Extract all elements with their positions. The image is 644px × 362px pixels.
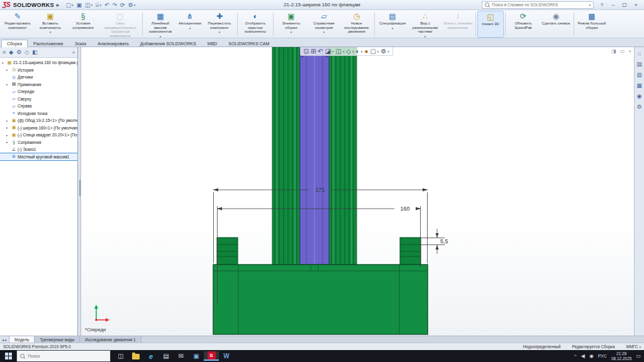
exploded-view-button[interactable]: ∴ Вид с разнесенными частями ▾: [409, 11, 441, 38]
view-settings-icon[interactable]: ⚙: [380, 48, 386, 55]
view-palette-icon[interactable]: ▦: [636, 82, 642, 89]
start-button[interactable]: [0, 350, 16, 362]
tree-item-right-plane[interactable]: ▱ Справа: [0, 102, 77, 110]
tree-item-top-plane[interactable]: ▱ Сверху: [0, 96, 77, 103]
smart-fasteners-button[interactable]: ⋔ Автокрепежи ▾: [177, 11, 203, 38]
dimension-171-value[interactable]: 171: [315, 187, 325, 193]
solidworks-resources-icon[interactable]: ⌂: [638, 50, 641, 57]
help-search-input[interactable]: [492, 3, 587, 7]
configurationmanager-tab-icon[interactable]: ⚙: [16, 49, 21, 55]
expand-icon[interactable]: ▸: [6, 140, 10, 144]
show-hidden-components-button[interactable]: ◐ Отобразить скрытые компоненты: [239, 11, 272, 38]
tab-layout[interactable]: Расположение: [28, 40, 69, 47]
photos-button[interactable]: ▣: [189, 351, 204, 361]
scroll-left-icon[interactable]: ◂: [2, 337, 4, 342]
file-explorer-icon[interactable]: ▥: [636, 72, 642, 78]
mates-button[interactable]: § Условия сопряжения: [67, 11, 99, 38]
featuremanager-tab-icon[interactable]: ≡: [3, 49, 6, 55]
tab-3d-views[interactable]: Трехмерные виды: [35, 336, 80, 343]
edit-component-button[interactable]: ✎ Редактировать компонент: [1, 11, 34, 38]
dimension-5-5-value[interactable]: 5,5: [440, 238, 448, 244]
collapse-icon[interactable]: ▾: [2, 61, 6, 65]
chevron-down-icon[interactable]: ▾: [352, 50, 354, 53]
tab-solidworks-cam[interactable]: SOLIDWORKS CAM: [223, 40, 275, 47]
show-display-pane-icon[interactable]: ◨: [611, 48, 616, 54]
flange-left[interactable]: [217, 238, 238, 265]
take-snapshot-button[interactable]: ◉ Сделать снимок: [540, 11, 572, 38]
chevron-down-icon[interactable]: ▾: [377, 50, 379, 53]
tree-item-circular-pattern[interactable]: ⊛ Местный круговой массив1: [0, 153, 77, 161]
flange-right[interactable]: [400, 238, 421, 265]
chevron-down-icon[interactable]: ▾: [361, 50, 363, 53]
tree-item-sensors[interactable]: ◎ Датчики: [0, 74, 77, 81]
appearances-scenes-icon[interactable]: ◉: [637, 93, 642, 99]
tree-item-component-obod[interactable]: ▸ ▣ (ф) Обод 19-2.15<1> (По умолча...: [0, 117, 77, 124]
units-selector[interactable]: ММГС▾: [626, 344, 641, 349]
redo-button[interactable]: ↷: [112, 1, 117, 9]
linear-pattern-button[interactable]: ▦ Линейный массив компонентов ▾: [144, 11, 177, 38]
new-document-button[interactable]: ▢▾: [65, 1, 73, 9]
close-button[interactable]: ×: [630, 1, 641, 9]
solidworks-app-button[interactable]: S: [204, 351, 219, 361]
open-document-button[interactable]: ▣: [76, 1, 82, 9]
tab-scroll-buttons[interactable]: ◂ ▸: [0, 336, 9, 343]
tab-assembly[interactable]: Сборка: [1, 40, 28, 47]
tree-root[interactable]: ▾ ▦ 21-2.15-ширина 160 по фланцам (П...: [0, 59, 77, 67]
display-style-icon[interactable]: ◇: [347, 48, 352, 55]
task-view-button[interactable]: ◫: [113, 351, 128, 361]
tab-mbd[interactable]: MBD: [202, 40, 223, 47]
propertymanager-tab-icon[interactable]: ◆: [9, 49, 13, 55]
update-speedpak-button[interactable]: ⟳ Обновить SpeedPak: [507, 11, 540, 38]
graphics-viewport[interactable]: ⊡ ⊞ ↶ ◪ ▾ ◫ ▾ ◇ ▾ ◐ ▾ ● ▢ ▾ ⚙ ▾ ◨ ▭ ×: [81, 47, 634, 336]
zoom-fit-icon[interactable]: ⊡: [303, 48, 308, 55]
apply-scene-icon[interactable]: ▢: [370, 48, 375, 55]
taskbar-clock[interactable]: 21:28 08.12.2025: [611, 351, 632, 361]
displaymanager-tab-icon[interactable]: ◧: [32, 49, 38, 55]
tab-sketch[interactable]: Эскиз: [69, 40, 92, 47]
base-block[interactable]: [213, 265, 428, 334]
minimize-button[interactable]: –: [608, 1, 619, 9]
store-button[interactable]: ▤: [158, 351, 174, 361]
zoom-area-icon[interactable]: ⊞: [311, 48, 316, 55]
new-motion-study-button[interactable]: ◷ Новое исследование движения: [340, 11, 373, 38]
hide-show-items-icon[interactable]: ◐: [356, 48, 360, 55]
dimxpertmanager-tab-icon[interactable]: ◇: [25, 49, 29, 55]
restore-button[interactable]: ▢: [619, 1, 630, 9]
help-search-box[interactable]: ▾: [482, 1, 594, 9]
expand-icon[interactable]: ▸: [6, 126, 10, 129]
file-explorer-button[interactable]: [128, 351, 143, 361]
instant-3d-button[interactable]: ◱ Instant 3D: [477, 11, 504, 38]
tree-item-origin[interactable]: ⌖ Исходная точка: [0, 110, 77, 118]
tree-item-sketch1[interactable]: ∠ (-) Эскиз1: [0, 146, 77, 153]
undo-button[interactable]: ↶: [104, 1, 109, 9]
taskbar-search-box[interactable]: [16, 350, 111, 362]
large-assembly-mode-button[interactable]: ▩ Режим большой сборки: [575, 11, 608, 38]
tab-model[interactable]: Модель: [9, 336, 35, 343]
expand-icon[interactable]: ▸: [6, 133, 10, 137]
tree-item-component-spitsa[interactable]: ▸ ▣ (-) Спица квадрат 20.20<1> (По у...: [0, 131, 77, 139]
tree-item-annotations[interactable]: ▸ ▤ Примечания: [0, 81, 77, 89]
reference-geometry-button[interactable]: ▱ Справочная геометрия ▾: [308, 11, 340, 38]
volume-icon[interactable]: ◀: [581, 353, 585, 359]
save-button[interactable]: ◫▾: [85, 1, 92, 9]
tree-item-component-shirina[interactable]: ▸ ▣ (-) ширина 160<1> (По умолчан...: [0, 124, 77, 132]
chevron-down-icon[interactable]: ▾: [343, 50, 345, 53]
action-center-icon[interactable]: ▭: [636, 353, 641, 359]
dimension-160-value[interactable]: 160: [400, 206, 409, 212]
help-button[interactable]: ?: [596, 1, 608, 9]
mail-button[interactable]: ✉: [174, 351, 189, 361]
expand-icon[interactable]: ▸: [6, 119, 10, 123]
section-view-icon[interactable]: ◪: [325, 48, 331, 55]
chevron-down-icon[interactable]: ▾: [332, 50, 334, 53]
edge-browser-button[interactable]: e: [143, 351, 158, 361]
expand-icon[interactable]: ▸: [6, 82, 10, 86]
assembly-features-button[interactable]: ▣ Элементы сборки ▾: [275, 11, 308, 38]
network-icon[interactable]: ◉: [589, 353, 594, 359]
tree-item-history[interactable]: ▸ ◷ История: [0, 67, 77, 74]
edit-appearance-icon[interactable]: ●: [364, 48, 368, 55]
tab-motion-study-1[interactable]: Исследование движения 1: [80, 336, 141, 343]
options-button[interactable]: ⚙▾: [128, 1, 136, 9]
rebuild-button[interactable]: ⟳: [120, 1, 125, 9]
print-button[interactable]: ⌸▾: [96, 1, 101, 9]
tree-item-front-plane[interactable]: ▱ Спереди: [0, 88, 77, 96]
